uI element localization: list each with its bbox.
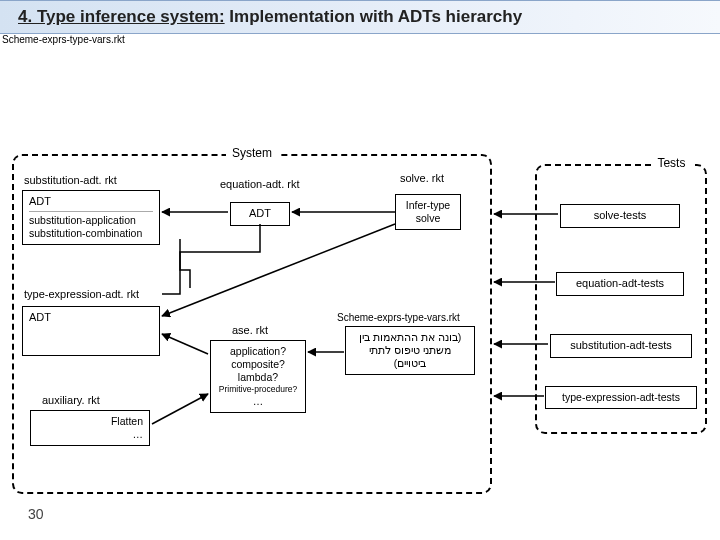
- scheme-title2: Scheme-exprs-type-vars.rkt: [335, 312, 462, 323]
- type-expr-adt-tests-txt: type-expression-adt-tests: [562, 391, 680, 403]
- equation-adt-tests-node: equation-adt-tests: [556, 272, 684, 296]
- typeexpr-title: type-expression-adt. rkt: [22, 288, 141, 300]
- ase-l4: Primitive-procedure?: [217, 384, 299, 395]
- solve-tests-node: solve-tests: [560, 204, 680, 228]
- substitution-l1: substitution-application: [29, 214, 153, 227]
- aux-title: auxiliary. rkt: [40, 394, 102, 406]
- solve-l1: Infer-type: [402, 199, 454, 212]
- substitution-node: ADT substitution-application substitutio…: [22, 190, 160, 245]
- typeexpr-node: ADT: [22, 306, 160, 356]
- substitution-adt-tests-txt: substitution-adt-tests: [570, 339, 672, 351]
- ase-l5: …: [217, 395, 299, 408]
- ase-l1: application?: [217, 345, 299, 358]
- equation-title: equation-adt. rkt: [218, 178, 302, 190]
- title-rest: Implementation with ADTs hierarchy: [225, 7, 523, 26]
- substitution-adt-tests-node: substitution-adt-tests: [550, 334, 692, 358]
- diagram-canvas: System Tests substitution-adt. rkt ADT s…: [0, 34, 720, 534]
- equation-adt-tests-txt: equation-adt-tests: [576, 277, 664, 289]
- typeexpr-hdr: ADT: [29, 311, 153, 325]
- solve-node: Infer-type solve: [395, 194, 461, 230]
- equation-node: ADT: [230, 202, 290, 226]
- solve-l2: solve: [402, 212, 454, 225]
- equation-hdr: ADT: [249, 207, 271, 219]
- scheme-l3: ביטויים): [352, 357, 468, 370]
- substitution-title: substitution-adt. rkt: [22, 174, 119, 186]
- ase-node: application? composite? lambda? Primitiv…: [210, 340, 306, 413]
- ase-l3: lambda?: [217, 371, 299, 384]
- system-label: System: [226, 146, 278, 160]
- scheme-l1: (בונה את ההתאמות בין: [352, 331, 468, 344]
- tests-label: Tests: [651, 156, 691, 170]
- type-expr-adt-tests-node: type-expression-adt-tests: [545, 386, 697, 409]
- title-prefix: 4. Type inference system:: [18, 7, 225, 26]
- scheme-node: (בונה את ההתאמות בין משתני טיפוס לתתי בי…: [345, 326, 475, 375]
- aux-l2: …: [37, 428, 143, 441]
- ase-title: ase. rkt: [230, 324, 270, 336]
- slide-number: 30: [28, 506, 44, 522]
- aux-node: Flatten …: [30, 410, 150, 446]
- scheme-l2: משתני טיפוס לתתי: [352, 344, 468, 357]
- page-title: 4. Type inference system: Implementation…: [0, 0, 720, 34]
- substitution-hdr: ADT: [29, 195, 153, 212]
- aux-l1: Flatten: [37, 415, 143, 428]
- solve-tests-txt: solve-tests: [594, 209, 647, 221]
- substitution-l2: substitution-combination: [29, 227, 153, 240]
- scheme-title: Scheme-exprs-type-vars.rkt: [0, 34, 127, 45]
- solve-title: solve. rkt: [398, 172, 446, 184]
- ase-l2: composite?: [217, 358, 299, 371]
